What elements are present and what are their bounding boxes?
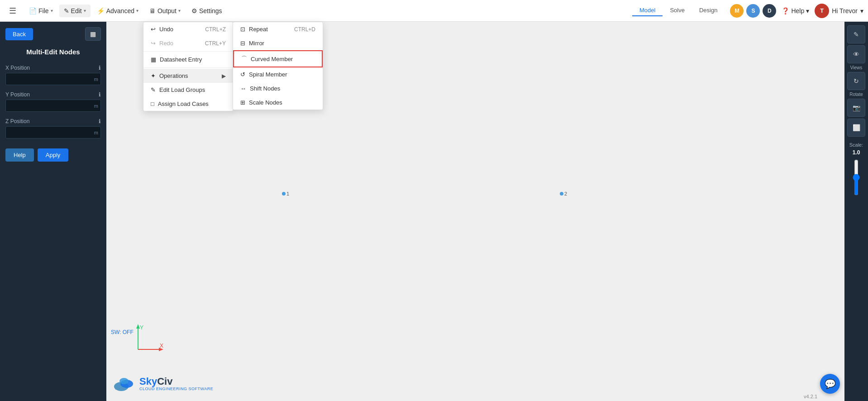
main-layout: Back ▦ Multi-Edit Nodes X Position ℹ m Y… xyxy=(0,22,868,401)
nav-mode-icons: M S D xyxy=(730,4,776,18)
undo-label: Undo xyxy=(159,26,173,33)
shift-nodes-item[interactable]: ↔ Shift Nodes xyxy=(233,81,323,95)
curved-member-left: ⌒ Curved Member xyxy=(241,55,293,63)
redo-item: ↪ Redo CTRL+Y xyxy=(143,36,233,50)
design-icon-btn[interactable]: D xyxy=(763,4,776,18)
nav-output[interactable]: 🖥 Output ▾ xyxy=(145,5,185,17)
spiral-member-left: ↺ Spiral Member xyxy=(240,71,287,78)
solve-icon-btn[interactable]: S xyxy=(746,4,760,18)
output-label: Output xyxy=(157,7,176,14)
tab-design[interactable]: Design xyxy=(692,5,725,16)
cube-icon: ⬜ xyxy=(853,124,860,131)
grid-button[interactable]: ▦ xyxy=(85,27,101,41)
output-icon: 🖥 xyxy=(149,7,156,14)
undo-shortcut: CTRL+Z xyxy=(205,26,226,33)
rotate-button[interactable]: ↻ xyxy=(847,72,865,90)
help-icon: ❓ xyxy=(782,7,789,14)
file-chevron: ▾ xyxy=(51,8,53,13)
nav-user[interactable]: T Hi Trevor ▾ xyxy=(815,4,863,18)
right-sidebar: ✎ 👁 Views ↻ Rotate 📷 ⬜ Scale: 1.0 xyxy=(844,22,868,401)
y-position-input[interactable] xyxy=(5,100,101,112)
advanced-icon: ⚡ xyxy=(97,7,105,14)
node-1-dot[interactable] xyxy=(282,192,286,196)
edit-chevron: ▾ xyxy=(84,8,86,13)
svg-text:X: X xyxy=(160,343,163,349)
nav-help[interactable]: ❓ Help ▾ xyxy=(782,7,809,14)
eye-button[interactable]: 👁 xyxy=(847,45,865,63)
operations-icon: ✦ xyxy=(151,72,156,79)
nav-advanced[interactable]: ⚡ Advanced ▾ xyxy=(92,5,143,17)
pencil-icon: ✎ xyxy=(854,31,859,38)
pencil-button[interactable]: ✎ xyxy=(847,25,865,43)
z-position-input[interactable] xyxy=(5,126,101,138)
repeat-shortcut: CTRL+D xyxy=(294,26,315,33)
edit-icon: ✎ xyxy=(64,7,69,14)
scale-nodes-icon: ⊞ xyxy=(240,99,245,106)
tab-model[interactable]: Model xyxy=(632,5,663,16)
chat-bubble[interactable]: 💬 xyxy=(820,374,840,394)
cube-button[interactable]: ⬜ xyxy=(847,119,865,137)
navbar: ☰ 📄 File ▾ ✎ Edit ▾ ⚡ Advanced ▾ 🖥 Outpu… xyxy=(0,0,868,22)
axis-origin: Y X xyxy=(129,322,165,356)
spiral-member-icon: ↺ xyxy=(240,71,245,78)
apply-button[interactable]: Apply xyxy=(38,148,69,162)
svg-point-8 xyxy=(119,378,129,384)
datasheet-left: ▦ Datasheet Entry xyxy=(151,56,202,63)
spiral-member-item[interactable]: ↺ Spiral Member xyxy=(233,67,323,81)
y-label-text: Y Position xyxy=(5,91,30,98)
mode-tabs: Model Solve Design xyxy=(632,5,725,16)
settings-icon: ⚙ xyxy=(191,7,197,14)
z-info-icon[interactable]: ℹ xyxy=(99,118,101,124)
spiral-member-label: Spiral Member xyxy=(249,71,287,78)
back-button[interactable]: Back xyxy=(5,28,33,40)
curved-member-item[interactable]: ⌒ Curved Member xyxy=(233,50,323,67)
settings-label: Settings xyxy=(199,7,222,14)
y-position-group: Y Position ℹ m xyxy=(5,91,101,112)
chat-icon: 💬 xyxy=(825,378,836,389)
advanced-chevron: ▾ xyxy=(136,8,138,13)
grid-icon: ▦ xyxy=(90,30,96,38)
undo-icon: ↩ xyxy=(151,26,156,33)
axis-svg: Y X xyxy=(129,322,165,354)
redo-icon: ↪ xyxy=(151,40,156,47)
operations-arrow: ▶ xyxy=(222,73,226,79)
z-position-label: Z Position ℹ xyxy=(5,118,101,124)
z-position-group: Z Position ℹ m xyxy=(5,118,101,138)
x-position-label: X Position ℹ xyxy=(5,65,101,71)
undo-left: ↩ Undo xyxy=(151,26,173,33)
mirror-item[interactable]: ⊟ Mirror xyxy=(233,36,323,50)
scale-nodes-item[interactable]: ⊞ Scale Nodes xyxy=(233,95,323,110)
scale-slider[interactable] xyxy=(852,159,861,196)
y-info-icon[interactable]: ℹ xyxy=(99,91,101,98)
mirror-left: ⊟ Mirror xyxy=(240,40,264,47)
edit-label: Edit xyxy=(71,7,82,14)
datasheet-item[interactable]: ▦ Datasheet Entry xyxy=(143,53,233,67)
x-position-input[interactable] xyxy=(5,73,101,85)
edit-dropdown: ↩ Undo CTRL+Z ↪ Redo CTRL+Y ▦ Datasheet … xyxy=(143,22,234,111)
curved-member-label: Curved Member xyxy=(251,56,293,62)
nav-edit[interactable]: ✎ Edit ▾ xyxy=(59,5,91,17)
rotate-icon: ↻ xyxy=(854,77,859,85)
help-button[interactable]: Help xyxy=(5,148,34,162)
assignloadcases-item[interactable]: □ Assign Load Cases xyxy=(143,97,233,111)
x-info-icon[interactable]: ℹ xyxy=(99,65,101,71)
tab-solve[interactable]: Solve xyxy=(663,5,692,16)
nav-settings[interactable]: ⚙ Settings xyxy=(187,5,227,17)
hamburger-menu[interactable]: ☰ xyxy=(5,3,21,19)
model-icon-btn[interactable]: M xyxy=(730,4,744,18)
user-label: Hi Trevor xyxy=(832,7,858,14)
operations-item[interactable]: ✦ Operations ▶ xyxy=(143,69,233,83)
camera-icon: 📷 xyxy=(853,104,860,111)
output-chevron: ▾ xyxy=(178,8,181,13)
nav-file[interactable]: 📄 File ▾ xyxy=(24,5,57,17)
undo-item[interactable]: ↩ Undo CTRL+Z xyxy=(143,22,233,36)
camera-button[interactable]: 📷 xyxy=(847,99,865,117)
repeat-icon: ⊡ xyxy=(240,26,245,33)
views-label: Views xyxy=(850,65,863,70)
svg-marker-1 xyxy=(136,324,140,329)
editloadgroups-item[interactable]: ✎ Edit Load Groups xyxy=(143,83,233,97)
repeat-item[interactable]: ⊡ Repeat CTRL+D xyxy=(233,22,323,36)
x-label-text: X Position xyxy=(5,65,30,71)
operations-left: ✦ Operations xyxy=(151,72,188,79)
node-2-dot[interactable] xyxy=(560,192,563,196)
